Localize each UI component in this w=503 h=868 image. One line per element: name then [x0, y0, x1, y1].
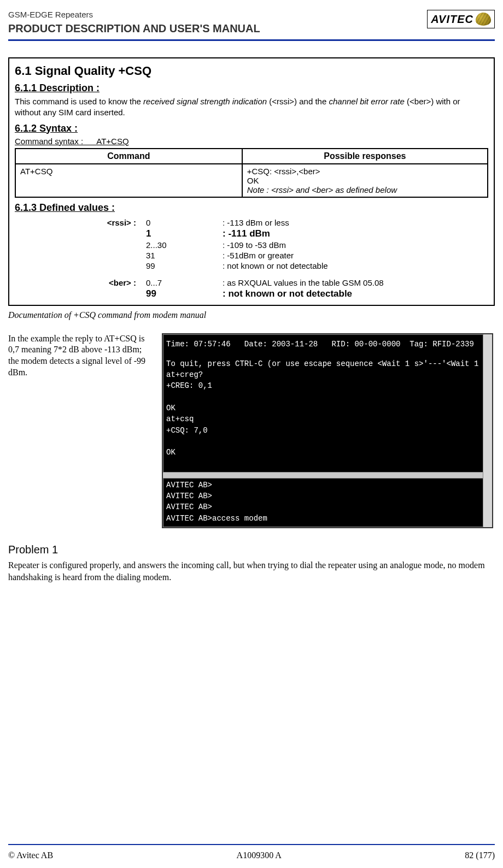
brand-logo-text: AVITEC — [431, 13, 473, 26]
ber-num-0: 0...7 — [146, 278, 190, 287]
rssi-values: <rssi> : 0 : -113 dBm or less 1 : -111 d… — [15, 218, 488, 270]
rssi-desc-4: : not known or not detectable — [223, 261, 488, 270]
col-command: Command — [15, 149, 242, 164]
terminal-line: OK — [163, 403, 492, 414]
page-footer: © Avitec AB A1009300 A 82 (177) — [8, 851, 495, 860]
table-row: AT+CSQ +CSQ: <rssi>,<ber> OK Note : <rss… — [15, 164, 488, 197]
rssi-num-1: 1 — [146, 228, 190, 239]
terminal-status-line: Time: 07:57:46 Date: 2003-11-28 RID: 00-… — [163, 339, 492, 350]
rssi-num-2: 2...30 — [146, 240, 190, 250]
rssi-desc-3: : -51dBm or greater — [223, 251, 488, 260]
csq-documentation-box: 6.1 Signal Quality +CSQ 6.1.1 Descriptio… — [8, 57, 495, 306]
command-response-table: Command Possible responses AT+CSQ +CSQ: … — [15, 148, 488, 198]
rssi-num-3: 31 — [146, 251, 190, 260]
example-row: In the example the reply to AT+CSQ is 0,… — [8, 333, 495, 528]
header-left: GSM-EDGE Repeaters PRODUCT DESCRIPTION A… — [8, 10, 260, 35]
ber-values: <ber> : 0...7 : as RXQUAL values in the … — [15, 278, 488, 299]
terminal-scrollbar[interactable] — [483, 334, 492, 527]
terminal-line: +CSQ: 7,0 — [163, 425, 492, 436]
footer-right: 82 (177) — [465, 851, 495, 860]
footer-center: A1009300 A — [237, 851, 282, 860]
col-responses: Possible responses — [242, 149, 488, 164]
page-header: GSM-EDGE Repeaters PRODUCT DESCRIPTION A… — [8, 10, 495, 35]
manual-type: PRODUCT DESCRIPTION AND USER'S MANUAL — [8, 22, 260, 35]
rssi-desc-0: : -113 dBm or less — [223, 218, 488, 227]
product-line: GSM-EDGE Repeaters — [8, 10, 260, 19]
rssi-desc-2: : -109 to -53 dBm — [223, 240, 488, 250]
rssi-desc-1: : -111 dBm — [223, 228, 488, 239]
terminal-line: at+creg? — [163, 369, 492, 380]
terminal-line: To quit, press CTRL-C (or use escape seq… — [163, 358, 492, 369]
rssi-num-0: 0 — [146, 218, 190, 227]
doc-caption: Documentation of +CSQ command from modem… — [8, 310, 495, 320]
header-divider — [8, 39, 495, 41]
terminal-line: at+csq — [163, 414, 492, 424]
terminal-prompt-area: AVITEC AB>AVITEC AB>AVITEC AB>AVITEC AB>… — [163, 479, 492, 527]
terminal-line: OK — [163, 447, 492, 458]
problem-heading: Problem 1 — [8, 544, 495, 556]
rssi-label: <rssi> : — [15, 218, 146, 227]
problem-text: Repeater is configured properly, and ans… — [8, 559, 495, 583]
doc-heading-description: 6.1.1 Description : — [15, 82, 488, 94]
terminal-line — [163, 436, 492, 447]
terminal-separator — [163, 472, 492, 479]
brand-logo-icon — [476, 13, 491, 26]
terminal-prompt-line: AVITEC AB> — [163, 480, 492, 491]
doc-heading-syntax: 6.1.2 Syntax : — [15, 123, 488, 134]
doc-description-text: This command is used to know the receive… — [15, 96, 488, 119]
doc-heading-values: 6.1.3 Defined values : — [15, 202, 488, 214]
doc-heading-1: 6.1 Signal Quality +CSQ — [15, 64, 488, 78]
example-paragraph: In the example the reply to AT+CSQ is 0,… — [8, 333, 153, 379]
terminal-prompt-line: AVITEC AB> — [163, 491, 492, 501]
ber-desc-1: : not known or not detectable — [223, 288, 488, 299]
ber-num-1: 99 — [146, 288, 190, 299]
terminal-prompt-line: AVITEC AB> — [163, 501, 492, 512]
terminal-body: To quit, press CTRL-C (or use escape seq… — [163, 358, 492, 472]
terminal-line: +CREG: 0,1 — [163, 380, 492, 391]
doc-syntax-line: Command syntax : AT+CSQ — [15, 137, 488, 146]
ber-label: <ber> : — [15, 278, 146, 287]
rssi-num-4: 99 — [146, 261, 190, 270]
cell-command: AT+CSQ — [15, 164, 242, 197]
footer-divider — [8, 844, 495, 845]
footer-left: © Avitec AB — [8, 851, 53, 860]
ber-desc-0: : as RXQUAL values in the table GSM 05.0… — [223, 278, 488, 287]
brand-logo: AVITEC — [427, 10, 495, 28]
table-header-row: Command Possible responses — [15, 149, 488, 164]
terminal-screenshot: Time: 07:57:46 Date: 2003-11-28 RID: 00-… — [162, 333, 493, 528]
cell-response: +CSQ: <rssi>,<ber> OK Note : <rssi> and … — [242, 164, 488, 197]
terminal-prompt-line: AVITEC AB>access modem — [163, 513, 492, 524]
terminal-line — [163, 392, 492, 403]
